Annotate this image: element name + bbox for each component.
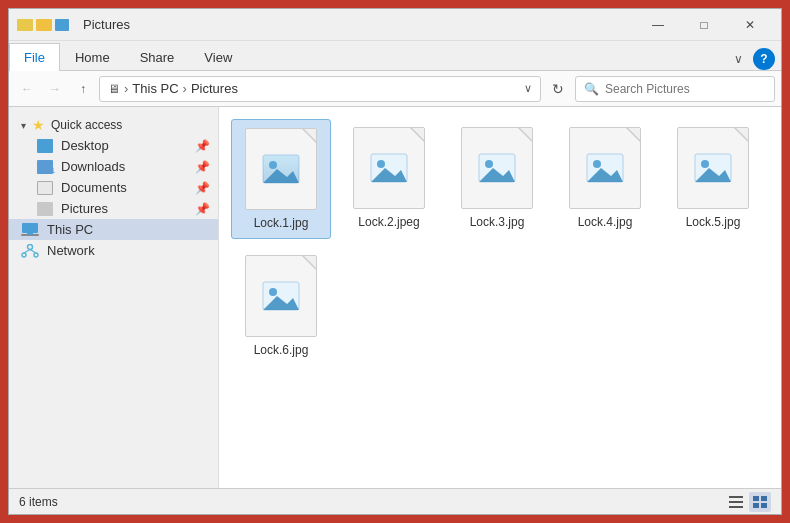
svg-point-4 (22, 253, 26, 257)
tab-home[interactable]: Home (60, 43, 125, 71)
desktop-pin-icon: 📌 (195, 139, 210, 153)
file-thumb-4 (569, 127, 641, 209)
file-item[interactable]: Lock.1.jpg (231, 119, 331, 239)
sidebar-item-downloads[interactable]: ↓ Downloads 📌 (9, 156, 218, 177)
sidebar-downloads-label: Downloads (61, 159, 125, 174)
svg-point-25 (269, 288, 277, 296)
downloads-pin-icon: 📌 (195, 160, 210, 174)
file-name-4: Lock.4.jpg (578, 215, 633, 229)
downloads-folder-icon: ↓ (37, 160, 53, 174)
file-thumb-1 (245, 128, 317, 210)
file-thumb-2 (353, 127, 425, 209)
sidebar-documents-label: Documents (61, 180, 127, 195)
tab-share[interactable]: Share (125, 43, 190, 71)
grid-view-button[interactable] (749, 492, 771, 512)
svg-line-6 (24, 249, 30, 253)
sidebar-pictures-label: Pictures (61, 201, 108, 216)
file-item[interactable]: Lock.6.jpg (231, 247, 331, 365)
sidebar-item-documents[interactable]: Documents 📌 (9, 177, 218, 198)
desktop-folder-icon (37, 139, 53, 153)
grid-view-icon (753, 496, 767, 508)
forward-button[interactable]: → (43, 77, 67, 101)
sidebar-item-this-pc[interactable]: This PC (9, 219, 218, 240)
ribbon-right: ∨ ? (728, 48, 781, 70)
file-grid: Lock.1.jpg Lock.2.jpeg (231, 119, 769, 365)
path-this-pc[interactable]: This PC (132, 81, 178, 96)
file-name-1: Lock.1.jpg (254, 216, 309, 230)
image-icon-2 (367, 146, 411, 190)
list-view-icon (729, 496, 743, 508)
file-thumb-5 (677, 127, 749, 209)
file-explorer-window: Pictures — □ ✕ File Home Share View ∨ ? … (8, 8, 782, 515)
tab-view[interactable]: View (189, 43, 247, 71)
svg-point-10 (269, 161, 277, 169)
svg-rect-2 (27, 232, 33, 235)
title-icon-folder (55, 19, 69, 31)
minimize-button[interactable]: — (635, 9, 681, 41)
ribbon-tabs: File Home Share View ∨ ? (9, 41, 781, 71)
image-icon-5 (691, 146, 735, 190)
svg-line-7 (30, 249, 36, 253)
ribbon-chevron[interactable]: ∨ (728, 50, 749, 68)
file-name-2: Lock.2.jpeg (358, 215, 419, 229)
this-pc-icon (21, 223, 39, 237)
view-controls (725, 492, 771, 512)
maximize-button[interactable]: □ (681, 9, 727, 41)
documents-pin-icon: 📌 (195, 181, 210, 195)
close-button[interactable]: ✕ (727, 9, 773, 41)
image-icon-3 (475, 146, 519, 190)
sidebar-item-desktop[interactable]: Desktop 📌 (9, 135, 218, 156)
help-button[interactable]: ? (753, 48, 775, 70)
path-pictures[interactable]: Pictures (191, 81, 238, 96)
svg-point-16 (485, 160, 493, 168)
file-item[interactable]: Lock.3.jpg (447, 119, 547, 239)
file-name-3: Lock.3.jpg (470, 215, 525, 229)
search-input[interactable] (605, 82, 766, 96)
svg-point-19 (593, 160, 601, 168)
sidebar-quick-access[interactable]: ▾ ★ Quick access (9, 113, 218, 135)
search-box[interactable]: 🔍 (575, 76, 775, 102)
quick-access-label: Quick access (51, 118, 122, 132)
file-item[interactable]: Lock.4.jpg (555, 119, 655, 239)
list-view-button[interactable] (725, 492, 747, 512)
sidebar: ▾ ★ Quick access Desktop 📌 ↓ Downloads 📌… (9, 107, 219, 488)
quick-access-chevron: ▾ (21, 120, 26, 131)
svg-rect-0 (22, 223, 38, 233)
search-icon: 🔍 (584, 82, 599, 96)
item-count: 6 items (19, 495, 58, 509)
refresh-button[interactable]: ↻ (545, 76, 571, 102)
main-content: ▾ ★ Quick access Desktop 📌 ↓ Downloads 📌… (9, 107, 781, 488)
image-icon-6 (259, 274, 303, 318)
up-button[interactable]: ↑ (71, 77, 95, 101)
quick-access-star-icon: ★ (32, 117, 45, 133)
svg-point-3 (28, 244, 33, 249)
svg-point-22 (701, 160, 709, 168)
svg-point-13 (377, 160, 385, 168)
svg-rect-27 (729, 496, 743, 498)
back-button[interactable]: ← (15, 77, 39, 101)
title-icon-1 (17, 19, 33, 31)
tab-file[interactable]: File (9, 43, 60, 71)
status-bar: 6 items (9, 488, 781, 514)
title-bar: Pictures — □ ✕ (9, 9, 781, 41)
path-home-icon: 🖥 (108, 82, 120, 96)
title-icon-2 (36, 19, 52, 31)
pictures-folder-icon (37, 202, 53, 216)
file-name-6: Lock.6.jpg (254, 343, 309, 357)
sidebar-item-network[interactable]: Network (9, 240, 218, 261)
svg-rect-28 (729, 501, 743, 503)
download-arrow-icon: ↓ (52, 165, 57, 175)
svg-rect-33 (761, 503, 767, 508)
pictures-pin-icon: 📌 (195, 202, 210, 216)
address-path[interactable]: 🖥 › This PC › Pictures ∨ (99, 76, 541, 102)
path-dropdown-icon[interactable]: ∨ (524, 82, 532, 95)
svg-rect-32 (753, 503, 759, 508)
file-item[interactable]: Lock.5.jpg (663, 119, 763, 239)
documents-folder-icon (37, 181, 53, 195)
sidebar-item-pictures[interactable]: Pictures 📌 (9, 198, 218, 219)
file-item[interactable]: Lock.2.jpeg (339, 119, 439, 239)
title-text: Pictures (83, 17, 130, 32)
image-icon-1 (259, 147, 303, 191)
svg-rect-29 (729, 506, 743, 508)
sidebar-this-pc-label: This PC (47, 222, 93, 237)
